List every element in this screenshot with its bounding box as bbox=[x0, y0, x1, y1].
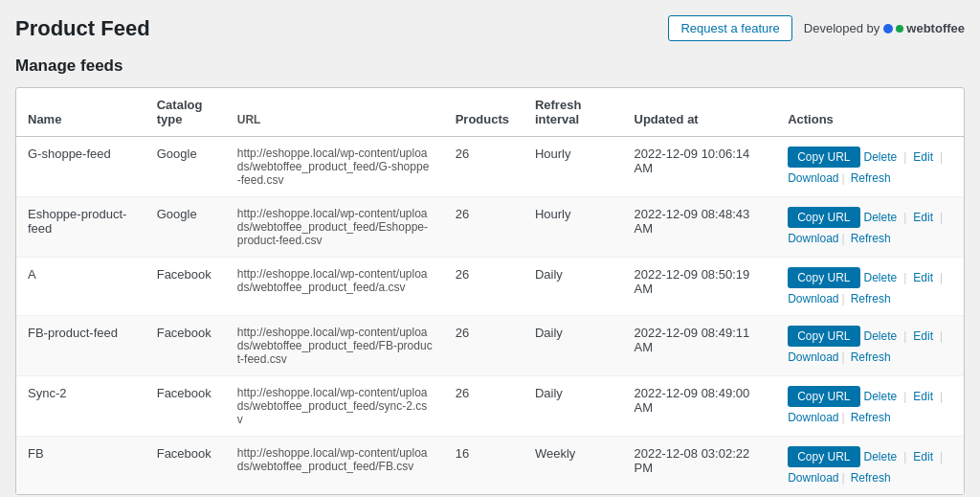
cell-updated-at: 2022-12-08 03:02:22 PM bbox=[623, 437, 777, 495]
cell-actions: Copy URL Delete | Edit | Download | Refr… bbox=[776, 316, 964, 376]
cell-products: 26 bbox=[444, 376, 523, 437]
delete-link[interactable]: Delete bbox=[864, 329, 898, 343]
actions-group: Copy URL Delete | Edit | Download | Refr… bbox=[788, 326, 952, 364]
copy-url-button[interactable]: Copy URL bbox=[788, 147, 859, 168]
section-title: Manage feeds bbox=[15, 56, 965, 76]
feeds-table-container: Name Catalog type URL Products Refresh i… bbox=[15, 87, 965, 495]
separator-1: | bbox=[903, 150, 906, 164]
separator-2: | bbox=[940, 450, 943, 463]
cell-url: http://eshoppe.local/wp-content/uploads/… bbox=[226, 316, 444, 376]
cell-updated-at: 2022-12-09 08:48:43 AM bbox=[623, 197, 777, 258]
col-header-url: URL bbox=[226, 88, 444, 137]
separator-2: | bbox=[940, 211, 943, 224]
actions-row-1: Copy URL Delete | Edit | bbox=[788, 267, 952, 288]
page-header: Product Feed Request a feature Developed… bbox=[15, 15, 965, 41]
cell-refresh-interval: Hourly bbox=[523, 197, 623, 258]
actions-row-2: Download | Refresh bbox=[788, 292, 952, 305]
actions-row-1: Copy URL Delete | Edit | bbox=[788, 207, 952, 228]
download-link[interactable]: Download bbox=[788, 171, 838, 185]
col-header-name: Name bbox=[16, 88, 145, 137]
refresh-link[interactable]: Refresh bbox=[851, 411, 891, 424]
col-header-products: Products bbox=[444, 88, 523, 137]
cell-updated-at: 2022-12-09 08:50:19 AM bbox=[623, 258, 777, 316]
cell-refresh-interval: Hourly bbox=[523, 137, 623, 197]
cell-refresh-interval: Daily bbox=[523, 316, 623, 376]
cell-catalog-type: Facebook bbox=[145, 258, 226, 316]
delete-link[interactable]: Delete bbox=[864, 450, 898, 463]
cell-products: 16 bbox=[444, 437, 523, 495]
delete-link[interactable]: Delete bbox=[864, 211, 898, 224]
table-row: Eshoppe-product-feed Google http://eshop… bbox=[16, 197, 964, 258]
actions-row-2: Download | Refresh bbox=[788, 232, 952, 245]
cell-name: G-shoppe-feed bbox=[16, 137, 145, 197]
actions-row-2: Download | Refresh bbox=[788, 411, 952, 424]
download-link[interactable]: Download bbox=[788, 411, 838, 424]
actions-group: Copy URL Delete | Edit | Download | Refr… bbox=[788, 267, 952, 305]
cell-catalog-type: Google bbox=[145, 197, 226, 258]
refresh-link[interactable]: Refresh bbox=[851, 232, 891, 245]
cell-updated-at: 2022-12-09 08:49:00 AM bbox=[623, 376, 777, 437]
logo-dot-blue-icon bbox=[883, 24, 893, 34]
cell-actions: Copy URL Delete | Edit | Download | Refr… bbox=[776, 137, 964, 197]
download-link[interactable]: Download bbox=[788, 232, 838, 245]
download-link[interactable]: Download bbox=[788, 292, 838, 305]
cell-products: 26 bbox=[444, 137, 523, 197]
cell-refresh-interval: Weekly bbox=[523, 437, 623, 495]
col-header-catalog-type: Catalog type bbox=[145, 88, 226, 137]
edit-link[interactable]: Edit bbox=[913, 271, 933, 284]
cell-catalog-type: Facebook bbox=[145, 316, 226, 376]
actions-row-2: Download | Refresh bbox=[788, 471, 952, 485]
edit-link[interactable]: Edit bbox=[913, 329, 933, 343]
header-right: Request a feature Developed by webtoffee bbox=[668, 15, 965, 41]
cell-refresh-interval: Daily bbox=[523, 376, 623, 437]
table-row: FB-product-feed Facebook http://eshoppe.… bbox=[16, 316, 964, 376]
page-title: Product Feed bbox=[15, 16, 150, 41]
table-row: Sync-2 Facebook http://eshoppe.local/wp-… bbox=[16, 376, 964, 437]
cell-catalog-type: Google bbox=[145, 137, 226, 197]
delete-link[interactable]: Delete bbox=[864, 390, 898, 403]
refresh-link[interactable]: Refresh bbox=[851, 171, 891, 185]
separator-1: | bbox=[903, 390, 906, 403]
table-header-row: Name Catalog type URL Products Refresh i… bbox=[16, 88, 964, 137]
refresh-link[interactable]: Refresh bbox=[851, 471, 891, 485]
cell-url: http://eshoppe.local/wp-content/uploads/… bbox=[226, 376, 444, 437]
download-link[interactable]: Download bbox=[788, 471, 838, 485]
cell-url: http://eshoppe.local/wp-content/uploads/… bbox=[226, 137, 444, 197]
actions-group: Copy URL Delete | Edit | Download | Refr… bbox=[788, 446, 952, 485]
edit-link[interactable]: Edit bbox=[913, 450, 933, 463]
table-row: A Facebook http://eshoppe.local/wp-conte… bbox=[16, 258, 964, 316]
copy-url-button[interactable]: Copy URL bbox=[788, 446, 859, 467]
delete-link[interactable]: Delete bbox=[864, 271, 898, 284]
cell-name: FB-product-feed bbox=[16, 316, 145, 376]
cell-refresh-interval: Daily bbox=[523, 258, 623, 316]
copy-url-button[interactable]: Copy URL bbox=[788, 326, 859, 347]
edit-link[interactable]: Edit bbox=[913, 390, 933, 403]
download-link[interactable]: Download bbox=[788, 350, 838, 364]
separator-1: | bbox=[903, 211, 906, 224]
copy-url-button[interactable]: Copy URL bbox=[788, 267, 859, 288]
col-header-actions: Actions bbox=[776, 88, 964, 137]
separator-2: | bbox=[940, 271, 943, 284]
developed-by: Developed by webtoffee bbox=[804, 21, 965, 35]
cell-catalog-type: Facebook bbox=[145, 437, 226, 495]
refresh-link[interactable]: Refresh bbox=[851, 292, 891, 305]
webtoffee-name: webtoffee bbox=[906, 21, 965, 35]
refresh-link[interactable]: Refresh bbox=[851, 350, 891, 364]
cell-name: Eshoppe-product-feed bbox=[16, 197, 145, 258]
copy-url-button[interactable]: Copy URL bbox=[788, 386, 859, 407]
actions-group: Copy URL Delete | Edit | Download | Refr… bbox=[788, 386, 952, 424]
request-feature-button[interactable]: Request a feature bbox=[668, 15, 791, 41]
cell-products: 26 bbox=[444, 197, 523, 258]
delete-link[interactable]: Delete bbox=[864, 150, 898, 164]
col-header-updated-at: Updated at bbox=[623, 88, 777, 137]
actions-row-1: Copy URL Delete | Edit | bbox=[788, 386, 952, 407]
cell-url: http://eshoppe.local/wp-content/uploads/… bbox=[226, 258, 444, 316]
copy-url-button[interactable]: Copy URL bbox=[788, 207, 859, 228]
logo-dot-green-icon bbox=[896, 25, 903, 33]
cell-catalog-type: Facebook bbox=[145, 376, 226, 437]
webtoffee-logo: webtoffee bbox=[883, 21, 965, 35]
actions-group: Copy URL Delete | Edit | Download | Refr… bbox=[788, 207, 952, 245]
edit-link[interactable]: Edit bbox=[913, 211, 933, 224]
cell-name: FB bbox=[16, 437, 145, 495]
edit-link[interactable]: Edit bbox=[913, 150, 933, 164]
